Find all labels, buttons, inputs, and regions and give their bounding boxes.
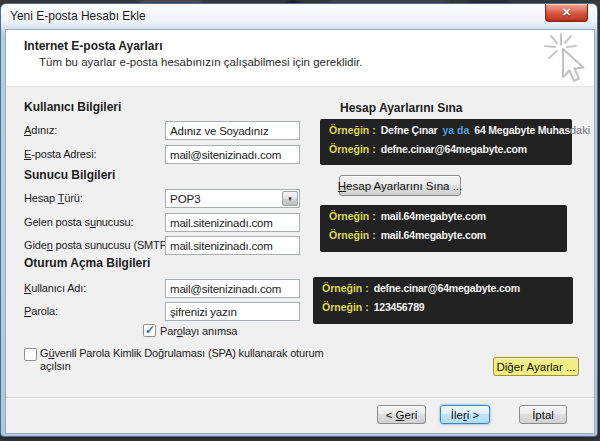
section-logon-info: Oturum Açma Bilgileri <box>24 256 150 270</box>
remember-password-checkbox[interactable]: ✓ <box>143 324 156 337</box>
example-line: Örneğin : mail.64megabyte.com <box>329 210 567 229</box>
example-label: Örneğin : <box>322 282 369 294</box>
example-name: Defne Çınar <box>381 124 438 136</box>
example-label: Örneğin : <box>329 124 376 136</box>
cancel-label: İptal <box>532 409 554 421</box>
chevron-down-icon: ▼ <box>287 196 293 202</box>
page-subtitle: Tüm bu ayarlar e-posta hesabınızın çalış… <box>39 56 362 68</box>
example-line: Örneğin : defne.cinar@64megabyte.com <box>322 282 573 301</box>
example-password: 123456789 <box>374 301 425 313</box>
example-line: Örneğin : Defne Çınar ya da 64 Megabyte … <box>329 124 572 143</box>
back-button[interactable]: < Geri <box>377 405 426 424</box>
page-title: Internet E-posta Ayarları <box>24 39 162 53</box>
account-type-value: POP3 <box>170 193 201 205</box>
example-outgoing-server: mail.64megabyte.com <box>381 229 486 241</box>
incoming-server-label: Gelen posta sunucusu: <box>24 216 133 228</box>
spa-checkbox[interactable] <box>24 348 37 361</box>
outgoing-server-label: Giden posta sunucusu (SMTP): <box>24 239 173 251</box>
close-icon: ✕ <box>562 7 571 18</box>
footer-divider <box>6 397 594 399</box>
dialog-window: Yeni E-posta Hesabı Ekle ✕ Internet E-po… <box>0 3 598 437</box>
account-type-label: Hesap Türü: <box>24 192 83 204</box>
password-input[interactable] <box>165 302 300 321</box>
incoming-server-input[interactable] <box>165 213 300 232</box>
example-company: 64 Megabyte Muhasebe <box>474 124 572 136</box>
title-bar: Yeni E-posta Hesabı Ekle ✕ <box>1 4 597 28</box>
window-title: Yeni E-posta Hesabı Ekle <box>10 9 146 23</box>
checkbox-check-icon: ✓ <box>145 323 155 337</box>
outgoing-server-input[interactable] <box>165 236 300 255</box>
test-account-settings-button[interactable]: Hesap Ayarlarını Sına ... <box>339 175 461 196</box>
account-type-dropdown[interactable]: POP3 ▼ <box>165 189 300 208</box>
name-label: Adınız: <box>24 124 57 136</box>
example-label: Örneğin : <box>329 210 376 222</box>
name-input[interactable] <box>165 121 300 140</box>
back-label: < Geri <box>386 409 418 421</box>
section-test-settings: Hesap Ayarlarını Sına <box>340 101 463 115</box>
cancel-button[interactable]: İptal <box>519 405 567 424</box>
example-line: Örneğin : defne.cinar@64megabyte.com <box>329 143 572 162</box>
username-input[interactable] <box>165 279 300 298</box>
example-username: defne.cinar@64megabyte.com <box>374 282 520 294</box>
section-server-info: Sunucu Bilgileri <box>24 168 115 182</box>
example-email: defne.cinar@64megabyte.com <box>381 143 527 155</box>
section-user-info: Kullanıcı Bilgileri <box>24 100 121 114</box>
example-incoming-server: mail.64megabyte.com <box>381 210 486 222</box>
email-input[interactable] <box>165 145 300 164</box>
spa-label: Güvenli Parola Kimlik Doğrulaması (SPA) … <box>40 347 342 373</box>
more-settings-button[interactable]: Diğer Ayarlar ... <box>493 357 579 376</box>
click-cursor-icon <box>540 32 590 86</box>
example-line: Örneğin : 123456789 <box>322 301 573 320</box>
next-button[interactable]: İleri > <box>440 405 490 424</box>
test-account-settings-label: Hesap Ayarlarını Sına ... <box>338 180 462 192</box>
example-label: Örneğin : <box>322 301 369 313</box>
dropdown-arrow-button[interactable]: ▼ <box>282 191 298 206</box>
remember-password-label: Parolayı anımsa <box>160 325 237 337</box>
annotation-box-credentials: Örneğin : defne.cinar@64megabyte.com Örn… <box>313 277 573 324</box>
annotation-box-servers: Örneğin : mail.64megabyte.com Örneğin : … <box>320 205 567 252</box>
example-label: Örneğin : <box>329 143 376 155</box>
username-label: Kullanıcı Adı: <box>24 282 86 294</box>
next-label: İleri > <box>451 409 479 421</box>
annotation-box-identity: Örneğin : Defne Çınar ya da 64 Megabyte … <box>320 119 572 165</box>
example-line: Örneğin : mail.64megabyte.com <box>329 229 567 248</box>
password-label: Parola: <box>24 305 58 317</box>
dialog-body: Internet E-posta Ayarları Tüm bu ayarlar… <box>5 29 595 434</box>
email-label: E-posta Adresi: <box>24 148 96 160</box>
obscured-text-fragment: daki <box>570 124 590 136</box>
close-button[interactable]: ✕ <box>545 4 588 22</box>
desktop-background: Yeni E-posta Hesabı Ekle ✕ Internet E-po… <box>0 0 600 441</box>
example-label: Örneğin : <box>329 229 376 241</box>
dialog-header: Internet E-posta Ayarları Tüm bu ayarlar… <box>6 30 594 87</box>
example-or-text: ya da <box>442 124 469 136</box>
more-settings-label: Diğer Ayarlar ... <box>496 361 575 373</box>
